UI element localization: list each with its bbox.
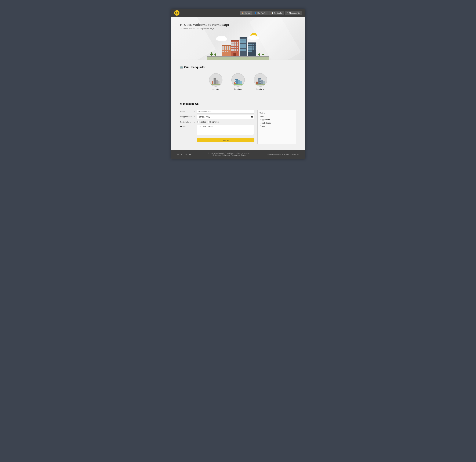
nav-home[interactable]: 🏠 Home [240, 11, 252, 15]
svg-rect-13 [235, 44, 237, 46]
home-icon: 🏠 [242, 12, 244, 14]
city-surabaya-circle [254, 73, 267, 87]
preview-label-nama: Nama [260, 116, 273, 117]
contact-form: Nama : Tanggal Lahir : Jenis Kelamin : [180, 110, 255, 144]
svg-rect-39 [242, 49, 244, 51]
svg-rect-22 [237, 49, 238, 51]
radio-laki-input[interactable] [197, 121, 199, 123]
svg-rect-44 [225, 46, 226, 48]
footer-linkedin-icon[interactable]: in [185, 153, 187, 156]
svg-line-76 [250, 33, 251, 34]
footer-email-icon[interactable]: ✉ [177, 153, 179, 156]
svg-rect-42 [222, 45, 231, 46]
svg-rect-103 [240, 81, 242, 84]
svg-rect-33 [242, 44, 244, 46]
city-svg [207, 33, 269, 59]
footer-copyright: © 2023 Alfian Nurhuda Putra | RevoU – Al… [208, 152, 251, 154]
brand-text: RvG [175, 12, 178, 14]
svg-rect-46 [229, 46, 230, 48]
submit-button[interactable]: submit [197, 138, 255, 142]
svg-rect-69 [250, 50, 252, 52]
form-row-gender: Jenis Kelamin : Laki-laki Perempuan [180, 120, 255, 123]
svg-rect-49 [227, 49, 229, 50]
svg-rect-91 [218, 81, 220, 84]
svg-rect-32 [240, 44, 242, 46]
svg-rect-58 [253, 44, 254, 45]
svg-rect-97 [215, 81, 215, 81]
svg-rect-106 [235, 80, 236, 81]
svg-rect-31 [244, 41, 246, 43]
svg-rect-107 [237, 80, 237, 81]
nav-message-label: Message Us [289, 12, 300, 14]
person-icon: 👤 [255, 12, 256, 14]
svg-rect-52 [225, 51, 226, 52]
svg-rect-26 [240, 39, 242, 41]
footer-github-icon[interactable]: ⊙ [181, 153, 183, 156]
svg-rect-95 [215, 79, 215, 80]
brand-logo[interactable]: RvG [174, 10, 179, 16]
city-bandung: Bandung [231, 73, 245, 90]
hero-section: Hi User, Welcome to Homepage Ini adalah … [171, 17, 305, 60]
svg-rect-35 [240, 46, 242, 48]
colon-gender: : [194, 120, 197, 123]
colon-pesan: : [194, 125, 197, 127]
nav-home-label: Home [245, 12, 250, 14]
svg-rect-108 [235, 82, 236, 82]
input-tanggal[interactable] [197, 115, 255, 119]
city-surabaya: Surabaya [254, 73, 267, 90]
input-nama[interactable] [197, 110, 255, 114]
page-wrapper: RvG 🏠 Home 👤 Our Profile 📋 Portofolio ✉ … [171, 9, 305, 159]
svg-rect-37 [244, 46, 246, 48]
svg-rect-56 [248, 44, 250, 45]
preview-tanggal: Tanggal Lahir : [260, 119, 294, 121]
city-jakarta-circle [209, 73, 222, 87]
footer-blog-icon[interactable]: ✿ [189, 153, 191, 156]
nav-message-us[interactable]: ✉ Message Us [285, 11, 302, 15]
radio-perempuan[interactable]: Perempuan [208, 121, 220, 123]
svg-rect-114 [256, 82, 258, 84]
svg-rect-105 [235, 79, 238, 80]
city-illustration [180, 33, 296, 59]
svg-rect-109 [237, 82, 237, 82]
svg-rect-116 [259, 79, 259, 80]
label-nama: Nama [180, 110, 194, 113]
radio-laki[interactable]: Laki-laki [197, 121, 206, 123]
form-row-tanggal: Tanggal Lahir : [180, 115, 255, 119]
hq-cities: Jakarta [180, 73, 296, 90]
svg-rect-38 [240, 49, 242, 51]
svg-marker-83 [258, 53, 261, 55]
svg-rect-57 [250, 44, 252, 45]
preview-label-tanggal: Tanggal Lahir [260, 119, 273, 121]
svg-rect-19 [231, 49, 233, 51]
svg-rect-34 [244, 44, 246, 46]
svg-rect-115 [258, 78, 261, 78]
form-row-nama: Nama : [180, 110, 255, 114]
svg-rect-102 [238, 80, 240, 84]
preview-label-pesan: Pesan [260, 125, 273, 127]
svg-rect-47 [222, 49, 224, 50]
message-title: ✉ Message Us [180, 102, 296, 106]
message-section: ✉ Message Us Nama : Tanggal Lahir : [171, 96, 305, 150]
navbar: RvG 🏠 Home 👤 Our Profile 📋 Portofolio ✉ … [171, 9, 305, 17]
footer-powered: </> Powered by HTML/CSS and JavaScript [268, 153, 299, 155]
textarea-pesan[interactable] [197, 125, 255, 135]
colon-nama: : [194, 110, 197, 113]
svg-rect-120 [259, 82, 259, 83]
radio-perempuan-input[interactable] [208, 121, 210, 123]
city-bandung-circle [231, 73, 245, 87]
svg-rect-64 [248, 48, 250, 50]
svg-rect-121 [260, 82, 261, 83]
svg-rect-67 [255, 48, 255, 50]
label-pesan: Pesan [180, 125, 194, 127]
hq-title: 🏢 Our Headquarter [180, 66, 296, 69]
svg-rect-27 [242, 39, 244, 41]
nav-our-profile[interactable]: 👤 Our Profile [252, 11, 269, 15]
svg-rect-51 [222, 51, 224, 52]
svg-rect-55 [248, 42, 256, 43]
svg-rect-7 [231, 42, 233, 43]
nav-menu: 🏠 Home 👤 Our Profile 📋 Portofolio ✉ Mess… [240, 11, 302, 15]
nav-portfolio[interactable]: 📋 Portofolio [269, 11, 284, 15]
svg-rect-118 [259, 80, 259, 81]
svg-rect-65 [250, 48, 252, 50]
message-icon: ✉ [180, 102, 182, 105]
